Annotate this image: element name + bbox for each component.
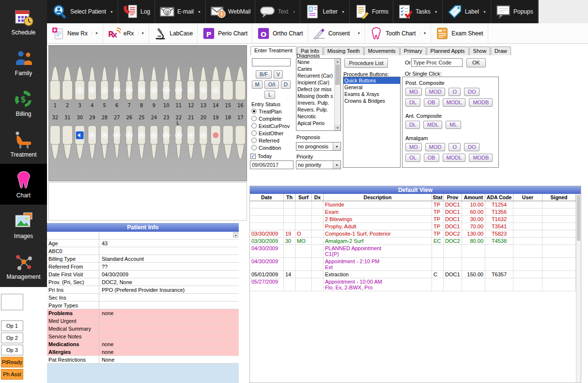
quick-proc-ant-composite-mdl[interactable]: MDL xyxy=(423,121,442,129)
sidebar-module-chart[interactable]: Chart xyxy=(0,164,47,205)
diagnosis-option-none[interactable]: None xyxy=(296,59,334,65)
toolbar-button-new-rx[interactable]: New Rx▼ xyxy=(47,23,103,43)
diagnosis-listbox[interactable]: NoneCariesRecurrent (Car)Incipient (Car)… xyxy=(296,58,341,131)
column-header-ada-code[interactable]: ADA Code xyxy=(485,194,513,201)
entry-status-treatplan[interactable]: TreatPlan xyxy=(251,108,290,115)
procedure-row[interactable]: ExamTPDOC160.00T1356 xyxy=(250,208,581,216)
quick-proc-post-composite-modb[interactable]: MODB xyxy=(469,98,493,107)
quick-proc-ant-composite-dl[interactable]: DL xyxy=(405,121,420,129)
operatory-button-op-1[interactable]: Op 1 xyxy=(1,320,23,331)
quick-proc-post-composite-ob[interactable]: OB xyxy=(424,98,439,107)
quick-proc-post-composite-modl[interactable]: MODL xyxy=(443,98,466,107)
quick-proc-amalgam-o[interactable]: O xyxy=(449,143,461,151)
tab-primary[interactable]: Primary xyxy=(400,47,426,55)
tab-enter-treatment[interactable]: Enter Treatment xyxy=(250,46,296,55)
entry-status-existcurprov[interactable]: ExistCurProv xyxy=(251,122,290,129)
quick-proc-post-composite-mo[interactable]: MO xyxy=(405,88,422,96)
procedure-category-listbox[interactable]: Quick ButtonsGeneralExams & XraysCrowns … xyxy=(343,77,401,168)
column-header-amount[interactable]: Amount xyxy=(462,194,485,201)
toolbar-button-exam-sheet[interactable]: Exam Sheet xyxy=(431,23,488,43)
ok-button[interactable]: OK xyxy=(466,58,486,67)
dropdown-arrow-icon[interactable]: ▼ xyxy=(292,10,295,14)
diagnosis-option-defect-or-miss[interactable]: Defect (or miss xyxy=(296,86,334,93)
operatory-button-op-2[interactable]: Op 2 xyxy=(1,333,23,343)
column-header-date[interactable]: Date xyxy=(250,194,284,201)
dropdown-arrow-icon[interactable]: ▼ xyxy=(354,32,360,35)
procedure-row[interactable]: 05/01/200914ExtractionCDOC1150.00T6357 xyxy=(250,271,581,278)
chevron-down-icon[interactable]: ▼ xyxy=(333,161,340,169)
quick-proc-amalgam-mo[interactable]: MO xyxy=(405,143,422,151)
scroll-down-icon[interactable]: ▼ xyxy=(335,125,340,130)
toolbar-button-forms[interactable]: Forms xyxy=(350,0,393,23)
scroll-up-icon[interactable]: ▲ xyxy=(233,232,238,238)
column-header-prov[interactable]: Prov xyxy=(444,194,462,201)
toolbar-button-webmail[interactable]: WebMail xyxy=(206,0,255,23)
quick-proc-amalgam-ob[interactable]: OB xyxy=(424,154,439,162)
column-header-dx[interactable]: Dx xyxy=(312,194,324,201)
procedure-row[interactable]: 04/30/2009Appointment - 2:10 PMExt xyxy=(250,258,581,271)
sidebar-module-schedule[interactable]: Schedule xyxy=(0,1,47,42)
toolbar-button-labcase[interactable]: LabCase xyxy=(149,23,198,43)
operatory-button-op-3[interactable]: Op 3 xyxy=(1,345,23,355)
procedure-row[interactable]: 04/30/2009PLANNED AppointmentC1(P) xyxy=(250,245,581,258)
entry-status-referred[interactable]: Referred xyxy=(251,137,290,144)
tooth-number-input[interactable] xyxy=(252,58,291,66)
quick-proc-post-composite-mod[interactable]: MOD xyxy=(425,88,446,96)
quick-proc-amalgam-do[interactable]: DO xyxy=(464,143,480,151)
table-scrollbar[interactable] xyxy=(576,194,581,383)
surface-button-d[interactable]: D xyxy=(281,80,291,89)
quick-proc-amalgam-ol[interactable]: OL xyxy=(405,154,420,162)
diagnosis-option-irrevers-pulp[interactable]: Irrevers. Pulp. xyxy=(296,99,334,106)
sidebar-module-images[interactable]: Images xyxy=(0,205,47,245)
procedure-category-quick-buttons[interactable]: Quick Buttons xyxy=(343,77,400,84)
toolbar-button-letter[interactable]: ALetter▼ xyxy=(300,0,350,23)
column-header-surf[interactable]: Surf xyxy=(295,194,312,201)
prognosis-dropdown[interactable]: no prognosis ▼ xyxy=(296,142,341,151)
sidebar-module-treatment[interactable]: Treatment xyxy=(0,123,47,164)
quick-proc-post-composite-o[interactable]: O xyxy=(449,88,461,96)
toolbar-button-consent[interactable]: Consent▼ xyxy=(308,23,366,43)
scroll-up-icon[interactable]: ▲ xyxy=(335,59,340,64)
dropdown-arrow-icon[interactable]: ▼ xyxy=(110,10,113,14)
column-header-signed[interactable]: Signed xyxy=(542,194,576,201)
toolbar-button-label[interactable]: Label▼ xyxy=(443,0,491,23)
today-checkbox[interactable]: Today xyxy=(250,153,272,159)
procedure-row[interactable]: 03/30/200930MOAmalgam-2 SurfECDOC280.00T… xyxy=(250,238,581,245)
entry-status-complete[interactable]: Complete xyxy=(251,115,290,122)
proc-code-input[interactable] xyxy=(411,58,463,67)
procedure-list-button[interactable]: Procedure List xyxy=(344,58,388,68)
quick-proc-amalgam-modb[interactable]: MODB xyxy=(469,154,493,162)
column-header-stat[interactable]: Stat xyxy=(432,194,444,201)
procedure-row[interactable]: 03/30/200919OComposite-1 Surf, Posterior… xyxy=(250,230,581,238)
procedure-date-input[interactable] xyxy=(250,160,294,169)
tab-draw[interactable]: Draw xyxy=(491,47,511,55)
quick-proc-post-composite-ol[interactable]: OL xyxy=(405,98,420,107)
column-header-th[interactable]: Th xyxy=(284,194,295,201)
surface-button-o-i[interactable]: O/I xyxy=(264,80,279,89)
procedure-row[interactable]: 05/27/2009Appointment - 10:00 AMFlo, Ex,… xyxy=(250,278,581,291)
surface-button-v[interactable]: V xyxy=(274,70,283,79)
column-header-user[interactable]: User xyxy=(513,194,542,201)
tab-planned-appts[interactable]: Planned Appts xyxy=(427,47,469,55)
scrollbar-thumb[interactable] xyxy=(577,195,580,241)
diagnosis-option-incipient-car[interactable]: Incipient (Car) xyxy=(296,79,334,86)
surface-button-l[interactable]: L xyxy=(264,91,275,99)
toolbar-button-popups[interactable]: Popups xyxy=(491,0,538,23)
procedure-category-general[interactable]: General xyxy=(343,84,400,91)
column-header-description[interactable]: Description xyxy=(324,194,432,201)
diagnosis-option-revers-pulp[interactable]: Revers. Pulp. xyxy=(296,106,334,113)
quick-proc-amalgam-modl[interactable]: MODL xyxy=(443,154,466,162)
quick-proc-ant-composite-ml[interactable]: ML xyxy=(446,121,461,129)
tooth-chart-graphic[interactable]: 1234567891011121314151632313029282726252… xyxy=(48,45,247,181)
procedure-category-exams-xrays[interactable]: Exams & Xrays xyxy=(343,91,400,97)
toolbar-button-select-patient[interactable]: Select Patient▼ xyxy=(48,0,118,23)
diagnosis-option-recurrent-car[interactable]: Recurrent (Car) xyxy=(296,72,334,79)
toolbar-button-text[interactable]: Text▼ xyxy=(255,0,300,23)
entry-status-condition[interactable]: Condition xyxy=(251,144,290,151)
diagnosis-option-apical-perio[interactable]: Apical Perio xyxy=(296,120,334,127)
diagnosis-scrollbar[interactable]: ▲ ▼ xyxy=(334,59,340,130)
entry-status-existother[interactable]: ExistOther xyxy=(251,129,290,137)
diagnosis-option-missing-tooth-s[interactable]: Missing (tooth s xyxy=(296,93,334,99)
sidebar-module-billing[interactable]: $Billing xyxy=(0,82,47,123)
procedure-row[interactable]: Prophy, AdultTPDOC170.00T3541 xyxy=(250,223,581,230)
